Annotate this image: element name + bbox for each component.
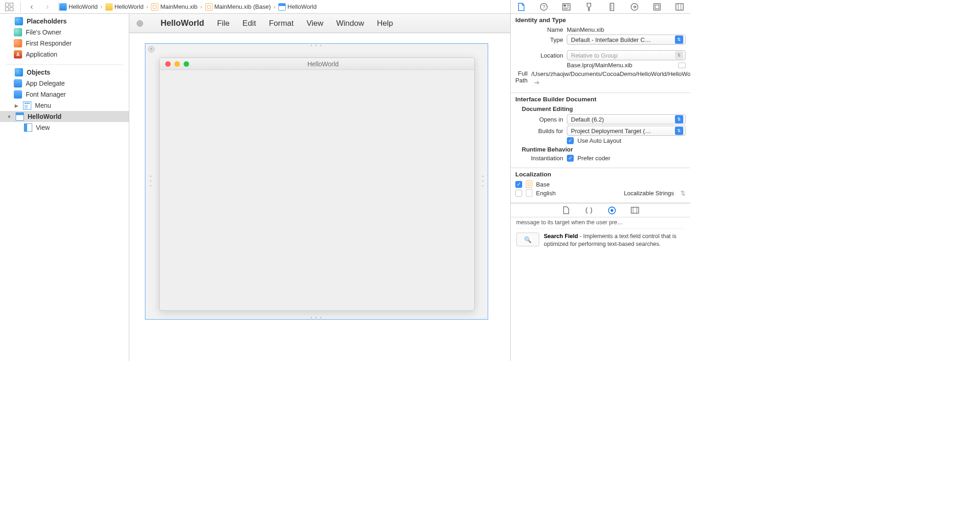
connections-inspector-tab[interactable] — [629, 2, 640, 12]
base-localization-checkbox[interactable]: ✓ — [515, 181, 522, 188]
section-title: Interface Builder Document — [515, 96, 686, 103]
size-inspector-tab[interactable] — [607, 2, 617, 12]
location-dropdown[interactable]: Relative to Group ⇅ — [567, 50, 686, 60]
svg-rect-14 — [655, 5, 659, 9]
library-partial-description: message to its target when the user pre… — [516, 219, 685, 228]
back-button[interactable]: ‹ — [25, 0, 38, 13]
breadcrumb-item[interactable]: MainMenu.xib› — [151, 3, 203, 11]
dropdown-value: Relative to Group — [571, 52, 617, 59]
breadcrumb-item[interactable]: HelloWorld› — [59, 3, 104, 11]
menu-view[interactable]: View — [306, 19, 323, 28]
svg-rect-3 — [564, 5, 566, 6]
folder-icon — [105, 3, 113, 11]
file-inspector-tab[interactable] — [516, 2, 526, 12]
breadcrumb-item[interactable]: HelloWorld› — [105, 3, 150, 11]
breadcrumb-item[interactable]: MainMenu.xib (Base)› — [205, 3, 277, 11]
chevron-right-icon: › — [146, 3, 148, 10]
svg-rect-20 — [631, 207, 639, 213]
bindings-inspector-tab[interactable] — [652, 2, 662, 12]
auto-layout-checkbox[interactable]: ✓ — [567, 137, 574, 144]
chevron-right-icon: › — [273, 3, 275, 10]
project-icon — [59, 3, 67, 11]
library-item-search-field[interactable]: 🔍 Search Field - Implements a text field… — [516, 228, 685, 252]
outline-item-app-delegate[interactable]: App Delegate — [0, 78, 129, 89]
canvas-surface[interactable]: ✕ • • • • • • • • • • • • HelloWorld — [129, 33, 510, 361]
chevron-updown-icon: ⇅ — [675, 51, 683, 59]
disclosure-triangle-icon[interactable]: ▶ — [14, 103, 19, 108]
menu-format[interactable]: Format — [269, 19, 294, 28]
simulated-menubar: HelloWorld File Edit Format View Window … — [129, 14, 510, 33]
cube-icon — [14, 39, 22, 47]
file-templates-tab[interactable] — [561, 205, 571, 216]
breadcrumb-item[interactable]: HelloWorld — [278, 3, 317, 11]
outline-item-helloworld-window[interactable]: ▼ HelloWorld — [0, 111, 129, 122]
resize-handle-bottom[interactable]: • • • — [311, 315, 323, 320]
outline-item-files-owner[interactable]: File's Owner — [0, 27, 129, 38]
placeholders-section: Placeholders File's Owner First Responde… — [0, 14, 129, 62]
menubar-app-name[interactable]: HelloWorld — [161, 18, 204, 28]
type-dropdown[interactable]: Default - Interface Builder C… ⇅ — [567, 35, 686, 45]
chevron-updown-icon: ⇅ — [675, 35, 683, 44]
menu-window[interactable]: Window — [336, 19, 364, 28]
minimize-icon[interactable] — [174, 61, 180, 67]
library-list[interactable]: message to its target when the user pre…… — [511, 217, 690, 361]
outline-item-font-manager[interactable]: Font Manager — [0, 89, 129, 100]
zoom-icon[interactable] — [184, 61, 189, 67]
outline-item-first-responder[interactable]: First Responder — [0, 38, 129, 49]
localization-english-kind[interactable]: Localizable Strings — [624, 190, 674, 197]
objects-header[interactable]: Objects — [0, 67, 129, 78]
english-localization-checkbox[interactable] — [515, 190, 522, 197]
localization-english-label: English — [536, 190, 556, 197]
name-value[interactable]: MainMenu.xib — [567, 26, 686, 33]
outline-item-menu[interactable]: ▶ Menu — [0, 100, 129, 111]
menu-help[interactable]: Help — [377, 19, 393, 28]
identity-inspector-tab[interactable] — [561, 2, 571, 12]
main-area: Placeholders File's Owner First Responde… — [0, 14, 690, 361]
menubar-close-icon[interactable] — [137, 20, 143, 27]
search-field-thumbnail: 🔍 — [516, 233, 539, 246]
close-scene-icon[interactable]: ✕ — [148, 46, 155, 52]
builds-for-dropdown[interactable]: Project Deployment Target (… ⇅ — [567, 126, 686, 136]
outline-item-view[interactable]: View — [0, 122, 129, 133]
location-path: Base.lproj/MainMenu.xib — [567, 62, 674, 69]
opens-in-dropdown[interactable]: Default (6.2) ⇅ — [567, 114, 686, 124]
reveal-arrow-icon[interactable]: ➔ — [534, 79, 540, 86]
document-outline: Placeholders File's Owner First Responde… — [0, 14, 129, 361]
item-label: View — [36, 124, 50, 131]
window-mock[interactable]: HelloWorld — [159, 58, 475, 311]
item-label: File's Owner — [26, 29, 61, 36]
object-library: message to its target when the user pre…… — [511, 203, 690, 361]
section-title: Identity and Type — [515, 17, 686, 23]
item-label: HelloWorld — [28, 113, 62, 120]
resize-handle-right[interactable]: • • • — [480, 175, 485, 187]
interface-builder-document-section: Interface Builder Document Document Edit… — [511, 93, 690, 168]
forward-button[interactable]: › — [41, 0, 54, 13]
attributes-inspector-tab[interactable] — [584, 2, 594, 12]
object-icon — [14, 90, 22, 99]
placeholders-header[interactable]: Placeholders — [0, 16, 129, 27]
prefer-coder-checkbox[interactable]: ✓ — [567, 155, 574, 162]
menu-edit[interactable]: Edit — [242, 19, 256, 28]
svg-point-19 — [611, 209, 613, 212]
inspector-panel: Identity and Type Name MainMenu.xib Type… — [510, 14, 690, 361]
resize-handle-left[interactable]: • • • — [148, 175, 153, 187]
close-icon[interactable] — [165, 61, 171, 67]
breadcrumb-label: MainMenu.xib (Base) — [214, 3, 271, 10]
localization-base-label: Base — [536, 181, 550, 188]
breadcrumb-label: MainMenu.xib — [160, 3, 197, 10]
code-snippets-tab[interactable] — [584, 205, 594, 216]
effects-inspector-tab[interactable] — [674, 2, 685, 12]
disclosure-triangle-icon[interactable]: ▼ — [6, 114, 12, 119]
object-library-tab[interactable] — [607, 205, 617, 216]
quick-help-tab[interactable]: ? — [539, 2, 549, 12]
svg-rect-13 — [654, 4, 660, 10]
menu-file[interactable]: File — [217, 19, 230, 28]
folder-icon[interactable] — [678, 63, 686, 68]
name-label: Name — [515, 26, 563, 33]
outline-item-application[interactable]: Application — [0, 49, 129, 60]
selection-frame[interactable]: ✕ • • • • • • • • • • • • HelloWorld — [145, 43, 488, 320]
related-items-button[interactable] — [3, 0, 16, 13]
media-library-tab[interactable] — [630, 205, 640, 216]
app-icon — [14, 50, 22, 58]
resize-handle-top[interactable]: • • • — [311, 43, 323, 48]
